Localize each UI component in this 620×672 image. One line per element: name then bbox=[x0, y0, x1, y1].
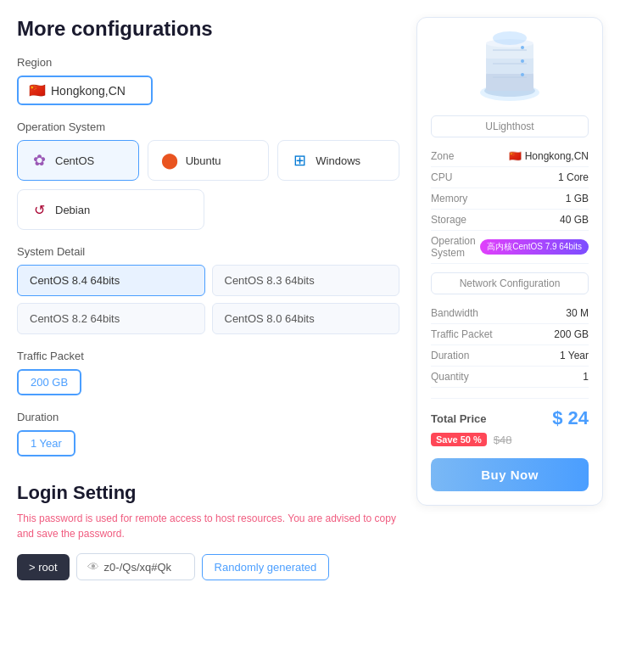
spec-traffic: Traffic Packet 200 GB bbox=[431, 324, 589, 345]
product-name: ULighthost bbox=[431, 115, 589, 137]
password-value: z0-/Qs/xq#Qk bbox=[104, 561, 171, 574]
duration-section: Duration 1 Year bbox=[17, 411, 399, 456]
sys-option-centos83[interactable]: CentOS 8.3 64bits bbox=[212, 265, 400, 296]
region-flag-icon: 🇨🇳 bbox=[29, 82, 46, 98]
traffic-button[interactable]: 200 GB bbox=[17, 369, 81, 395]
duration-spec-value: 1 Year bbox=[560, 350, 589, 361]
spec-cpu: CPU 1 Core bbox=[431, 167, 589, 188]
total-price-value: $ 24 bbox=[552, 407, 589, 429]
debian-icon: ↺ bbox=[30, 200, 48, 219]
zone-flag: 🇨🇳 bbox=[509, 150, 524, 162]
server-illustration bbox=[467, 31, 552, 104]
spec-zone: Zone 🇨🇳 Hongkong,CN bbox=[431, 146, 589, 167]
os-option-windows[interactable]: ⊞ Windows bbox=[277, 140, 399, 181]
memory-value: 1 GB bbox=[566, 193, 589, 204]
memory-label: Memory bbox=[431, 193, 467, 204]
sys-option-centos82[interactable]: CentOS 8.2 64bits bbox=[17, 303, 205, 334]
duration-button[interactable]: 1 Year bbox=[17, 430, 75, 456]
traffic-spec-value: 200 GB bbox=[554, 328, 589, 340]
os-options-row1: ✿ CentOS ⬤ Ubuntu ⊞ Windows bbox=[17, 140, 399, 181]
region-value: Hongkong,CN bbox=[51, 84, 126, 98]
storage-value: 40 GB bbox=[560, 214, 589, 226]
login-title: Login Setting bbox=[17, 482, 399, 504]
cpu-label: CPU bbox=[431, 171, 452, 183]
os-option-debian[interactable]: ↺ Debian bbox=[17, 189, 204, 230]
random-generate-button[interactable]: Randomly generated bbox=[202, 554, 330, 580]
cpu-value: 1 Core bbox=[558, 171, 589, 183]
zone-label: Zone bbox=[431, 150, 454, 162]
server-card: ULighthost Zone 🇨🇳 Hongkong,CN CPU 1 Cor… bbox=[416, 17, 603, 506]
eye-icon: 👁 bbox=[87, 560, 99, 574]
os-ubuntu-label: Ubuntu bbox=[186, 154, 221, 167]
quantity-value: 1 bbox=[583, 371, 589, 383]
duration-spec-label: Duration bbox=[431, 350, 469, 361]
original-price: $48 bbox=[494, 434, 512, 446]
region-label: Region bbox=[17, 56, 399, 69]
total-price-label: Total Price bbox=[431, 412, 487, 425]
os-centos-label: CentOS bbox=[55, 154, 94, 167]
spec-quantity: Quantity 1 bbox=[431, 367, 589, 388]
login-description: This password is used for remote access … bbox=[17, 511, 399, 541]
os-spec-badge: 高内核CentOS 7.9 64bits bbox=[480, 239, 589, 255]
price-section: Total Price $ 24 Save 50 % $48 bbox=[431, 398, 589, 446]
svg-rect-2 bbox=[486, 72, 533, 91]
os-windows-label: Windows bbox=[316, 154, 360, 167]
spec-bandwidth: Bandwidth 30 M bbox=[431, 303, 589, 324]
spec-os: Operation System 高内核CentOS 7.9 64bits bbox=[431, 231, 589, 264]
os-spec-label: Operation System bbox=[431, 235, 480, 259]
system-detail-label: System Detail bbox=[17, 245, 399, 258]
password-field[interactable]: 👁 z0-/Qs/xq#Qk bbox=[76, 553, 195, 580]
storage-label: Storage bbox=[431, 214, 466, 226]
svg-point-9 bbox=[521, 46, 524, 49]
centos-icon: ✿ bbox=[30, 151, 48, 170]
spec-storage: Storage 40 GB bbox=[431, 210, 589, 231]
price-row: Total Price $ 24 bbox=[431, 407, 589, 429]
sys-option-centos80[interactable]: CentOS 8.0 64bits bbox=[212, 303, 400, 334]
bandwidth-value: 30 M bbox=[566, 307, 589, 319]
login-row: > root 👁 z0-/Qs/xq#Qk Randomly generated bbox=[17, 553, 399, 580]
spec-memory: Memory 1 GB bbox=[431, 188, 589, 210]
sys-option-centos84[interactable]: CentOS 8.4 64bits bbox=[17, 265, 205, 296]
os-options-row2: ↺ Debian bbox=[17, 189, 399, 230]
system-detail-grid: CentOS 8.4 64bits CentOS 8.3 64bits Cent… bbox=[17, 265, 399, 334]
buy-now-button[interactable]: Buy Now bbox=[431, 458, 589, 491]
svg-point-12 bbox=[493, 31, 527, 45]
traffic-label: Traffic Packet bbox=[17, 350, 399, 362]
traffic-spec-label: Traffic Packet bbox=[431, 328, 493, 340]
svg-rect-3 bbox=[486, 57, 533, 74]
os-debian-label: Debian bbox=[55, 204, 90, 216]
duration-label: Duration bbox=[17, 411, 399, 423]
ubuntu-icon: ⬤ bbox=[160, 151, 179, 170]
bandwidth-label: Bandwidth bbox=[431, 307, 478, 319]
os-label: Operation System bbox=[17, 120, 399, 133]
zone-value: 🇨🇳 Hongkong,CN bbox=[509, 150, 589, 162]
region-selector[interactable]: 🇨🇳 Hongkong,CN bbox=[17, 76, 153, 105]
network-section-header: Network Configuration bbox=[431, 272, 589, 294]
traffic-section: Traffic Packet 200 GB bbox=[17, 350, 399, 395]
price-sub-row: Save 50 % $48 bbox=[431, 433, 589, 446]
windows-icon: ⊞ bbox=[290, 151, 309, 170]
server-image bbox=[431, 31, 589, 104]
svg-point-10 bbox=[521, 59, 524, 63]
spec-duration: Duration 1 Year bbox=[431, 345, 589, 367]
save-badge: Save 50 % bbox=[431, 433, 487, 446]
os-option-centos[interactable]: ✿ CentOS bbox=[17, 140, 139, 181]
page-title: More configurations bbox=[17, 17, 399, 41]
root-button[interactable]: > root bbox=[17, 554, 70, 580]
os-option-ubuntu[interactable]: ⬤ Ubuntu bbox=[148, 140, 270, 181]
svg-point-11 bbox=[521, 73, 524, 76]
quantity-label: Quantity bbox=[431, 371, 469, 383]
